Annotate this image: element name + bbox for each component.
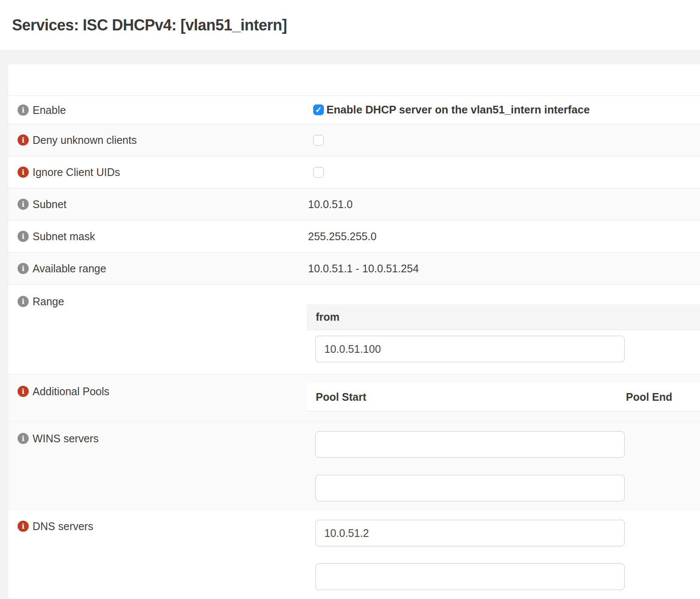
dns-server-input-1[interactable]: [315, 520, 625, 546]
deny-unknown-clients-checkbox[interactable]: [313, 135, 324, 146]
dns-servers-label: DNS servers: [33, 521, 93, 532]
additional-pools-row-control: Pool Start Pool End: [307, 375, 700, 421]
ignore-client-uids-row-control: [307, 156, 700, 188]
deny-unknown-clients-row: Deny unknown clients: [8, 124, 700, 156]
additional-pools-info-icon[interactable]: [18, 386, 29, 397]
range-from-input[interactable]: [315, 336, 625, 362]
wins-server-input-1[interactable]: [315, 431, 625, 458]
range-from-column-header: from: [307, 304, 700, 330]
dns-servers-row-control: [307, 510, 700, 599]
wins-servers-inputs: [307, 431, 700, 501]
enable-info-icon[interactable]: [18, 104, 29, 116]
wins-servers-row-label: WINS servers: [8, 422, 307, 509]
available-range-info-icon[interactable]: [18, 263, 29, 274]
range-row-label: Range: [8, 285, 307, 374]
subnet-row-label: Subnet: [8, 188, 307, 220]
enable-row: Enable Enable DHCP server on the vlan51_…: [8, 96, 700, 124]
ignore-client-uids-info-icon[interactable]: [18, 167, 29, 178]
additional-pools-table-header: Pool Start Pool End: [307, 383, 700, 411]
enable-label: Enable: [33, 104, 66, 116]
ignore-client-uids-row: Ignore Client UIDs: [8, 156, 700, 188]
wins-servers-row-control: [307, 422, 700, 509]
enable-checkbox-label: Enable DHCP server on the vlan51_intern …: [326, 104, 590, 116]
available-range-row: Available range 10.0.51.1 - 10.0.51.254: [8, 253, 700, 285]
subnet-row: Subnet 10.0.51.0: [8, 188, 700, 221]
dns-servers-info-icon[interactable]: [18, 521, 29, 532]
wins-servers-label: WINS servers: [33, 433, 99, 444]
dns-servers-inputs: [307, 520, 700, 590]
subnet-mask-row-control: 255.255.255.0: [307, 221, 700, 252]
wins-servers-info-icon[interactable]: [18, 433, 29, 444]
deny-unknown-clients-label: Deny unknown clients: [33, 134, 137, 146]
available-range-value: 10.0.51.1 - 10.0.51.254: [307, 262, 419, 275]
dns-server-input-2[interactable]: [315, 563, 625, 590]
page-title: Services: ISC DHCPv4: [vlan51_intern]: [12, 16, 287, 34]
subnet-row-control: 10.0.51.0: [307, 188, 700, 220]
ignore-client-uids-label: Ignore Client UIDs: [33, 167, 120, 178]
range-row: Range from: [8, 285, 700, 375]
available-range-row-label: Available range: [8, 253, 307, 284]
dhcp-settings-panel: Enable Enable DHCP server on the vlan51_…: [8, 64, 700, 599]
range-from-header-text: from: [316, 311, 340, 323]
range-label: Range: [33, 296, 64, 307]
enable-row-label: Enable: [8, 96, 307, 124]
main-content: Enable Enable DHCP server on the vlan51_…: [0, 51, 700, 599]
range-from-input-wrap: [307, 336, 700, 362]
deny-unknown-clients-row-control: [307, 124, 700, 156]
panel-spacer: [8, 64, 700, 96]
dns-servers-row: DNS servers: [8, 510, 700, 599]
available-range-label: Available range: [33, 263, 106, 274]
subnet-mask-row-label: Subnet mask: [8, 221, 307, 252]
ignore-client-uids-row-label: Ignore Client UIDs: [8, 156, 307, 188]
subnet-mask-row: Subnet mask 255.255.255.0: [8, 221, 700, 253]
page-header: Services: ISC DHCPv4: [vlan51_intern]: [0, 0, 700, 51]
available-range-row-control: 10.0.51.1 - 10.0.51.254: [307, 253, 700, 284]
subnet-mask-label: Subnet mask: [33, 231, 95, 242]
wins-servers-row: WINS servers: [8, 422, 700, 510]
pool-end-column-header: Pool End: [626, 391, 672, 403]
deny-unknown-clients-info-icon[interactable]: [18, 134, 29, 146]
enable-row-control: Enable DHCP server on the vlan51_intern …: [307, 96, 700, 124]
range-info-icon[interactable]: [18, 296, 29, 307]
enable-checkbox[interactable]: [313, 104, 324, 115]
range-row-control: from: [307, 285, 700, 374]
wins-server-input-2[interactable]: [315, 475, 625, 501]
additional-pools-row-label: Additional Pools: [8, 375, 307, 421]
additional-pools-row: Additional Pools Pool Start Pool End: [8, 375, 700, 422]
pool-start-column-header: Pool Start: [307, 391, 626, 403]
subnet-value: 10.0.51.0: [307, 198, 353, 211]
additional-pools-label: Additional Pools: [33, 386, 109, 397]
subnet-label: Subnet: [33, 199, 66, 210]
ignore-client-uids-checkbox[interactable]: [313, 167, 324, 178]
subnet-mask-info-icon[interactable]: [18, 231, 29, 242]
dns-servers-row-label: DNS servers: [8, 510, 307, 599]
subnet-mask-value: 255.255.255.0: [307, 230, 377, 243]
subnet-info-icon[interactable]: [18, 199, 29, 210]
deny-unknown-clients-row-label: Deny unknown clients: [8, 124, 307, 156]
